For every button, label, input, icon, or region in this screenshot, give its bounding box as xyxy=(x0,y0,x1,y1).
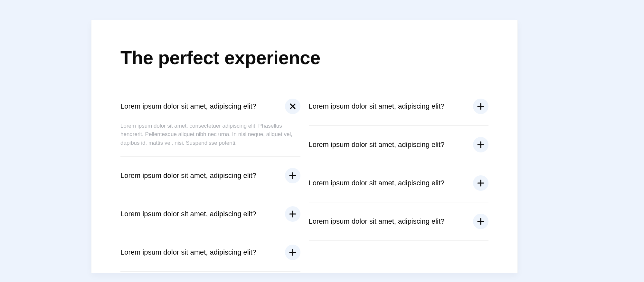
plus-icon xyxy=(477,103,484,110)
faq-item-header[interactable]: Lorem ipsum dolor sit amet, adipiscing e… xyxy=(309,164,489,202)
faq-item-header[interactable]: Lorem ipsum dolor sit amet, adipiscing e… xyxy=(309,202,489,240)
close-icon xyxy=(289,103,296,110)
faq-item-header[interactable]: Lorem ipsum dolor sit amet, adipiscing e… xyxy=(120,87,300,122)
plus-icon xyxy=(289,172,296,179)
faq-item: Lorem ipsum dolor sit amet, adipiscing e… xyxy=(309,87,489,126)
faq-question: Lorem ipsum dolor sit amet, adipiscing e… xyxy=(309,102,445,111)
faq-item-header[interactable]: Lorem ipsum dolor sit amet, adipiscing e… xyxy=(120,195,300,233)
faq-item-header[interactable]: Lorem ipsum dolor sit amet, adipiscing e… xyxy=(120,157,300,195)
faq-card: The perfect experience Lorem ipsum dolor… xyxy=(91,20,518,273)
faq-question: Lorem ipsum dolor sit amet, adipiscing e… xyxy=(309,179,445,187)
faq-item-header[interactable]: Lorem ipsum dolor sit amet, adipiscing e… xyxy=(120,233,300,271)
faq-item: Lorem ipsum dolor sit amet, adipiscing e… xyxy=(120,233,300,272)
expand-button[interactable] xyxy=(473,175,488,191)
plus-icon xyxy=(477,141,484,148)
faq-item-header[interactable]: Lorem ipsum dolor sit amet, adipiscing e… xyxy=(309,126,489,164)
plus-icon xyxy=(289,249,296,256)
faq-column-left: Lorem ipsum dolor sit amet, adipiscing e… xyxy=(120,87,300,272)
faq-item-header[interactable]: Lorem ipsum dolor sit amet, adipiscing e… xyxy=(309,87,489,125)
faq-item: Lorem ipsum dolor sit amet, adipiscing e… xyxy=(309,202,489,241)
expand-button[interactable] xyxy=(473,214,488,229)
faq-question: Lorem ipsum dolor sit amet, adipiscing e… xyxy=(120,248,256,257)
faq-item: Lorem ipsum dolor sit amet, adipiscing e… xyxy=(120,195,300,233)
faq-column-right: Lorem ipsum dolor sit amet, adipiscing e… xyxy=(309,87,489,272)
plus-icon xyxy=(477,180,484,187)
faq-question: Lorem ipsum dolor sit amet, adipiscing e… xyxy=(120,102,256,111)
section-title: The perfect experience xyxy=(120,47,320,68)
collapse-button[interactable] xyxy=(285,99,300,114)
expand-button[interactable] xyxy=(285,168,300,183)
expand-button[interactable] xyxy=(285,245,300,260)
faq-question: Lorem ipsum dolor sit amet, adipiscing e… xyxy=(309,141,445,149)
faq-item: Lorem ipsum dolor sit amet, adipiscing e… xyxy=(309,164,489,202)
faq-question: Lorem ipsum dolor sit amet, adipiscing e… xyxy=(309,217,445,226)
plus-icon xyxy=(477,218,484,225)
faq-item: Lorem ipsum dolor sit amet, adipiscing e… xyxy=(120,157,300,195)
faq-item: Lorem ipsum dolor sit amet, adipiscing e… xyxy=(309,126,489,164)
faq-answer: Lorem ipsum dolor sit amet, consectetuer… xyxy=(120,122,300,156)
faq-question: Lorem ipsum dolor sit amet, adipiscing e… xyxy=(120,171,256,180)
faq-question: Lorem ipsum dolor sit amet, adipiscing e… xyxy=(120,210,256,218)
expand-button[interactable] xyxy=(473,99,488,114)
plus-icon xyxy=(289,210,296,218)
faq-item: Lorem ipsum dolor sit amet, adipiscing e… xyxy=(120,87,300,157)
faq-columns: Lorem ipsum dolor sit amet, adipiscing e… xyxy=(120,87,488,272)
expand-button[interactable] xyxy=(473,137,488,152)
expand-button[interactable] xyxy=(285,206,300,222)
